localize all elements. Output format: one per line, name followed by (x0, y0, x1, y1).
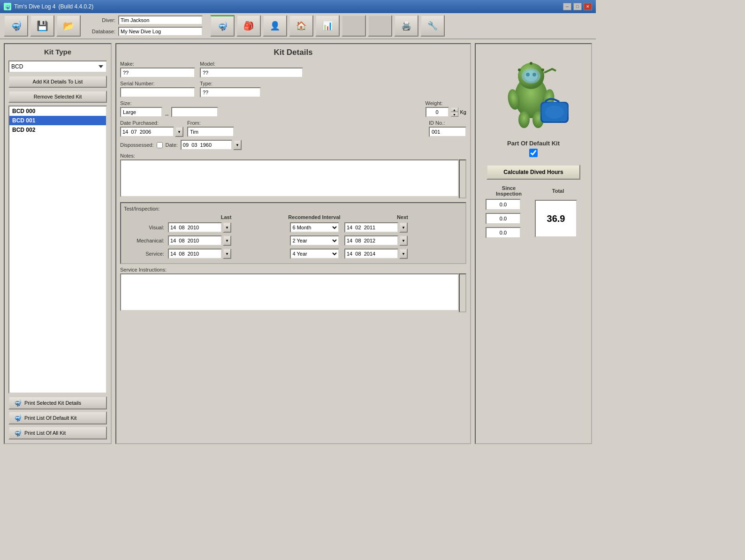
service-interval-select[interactable]: 6 Month 1 Year 2 Year 3 Year 4 Year (290, 249, 339, 259)
mechanical-next-arrow[interactable]: ▼ (399, 235, 408, 246)
disp-date-input[interactable] (181, 140, 232, 150)
title-bar: 🤿 Tim's Dive Log 4 (Build 4.4.0.2) ─ □ ✕ (0, 0, 596, 13)
visual-next-arrow[interactable]: ▼ (399, 222, 408, 233)
nav-blank2-btn[interactable] (368, 15, 392, 37)
date-purchased-input[interactable] (120, 127, 174, 137)
total-value: 36.9 (535, 200, 577, 237)
build-version: (Build 4.4.0.2) (59, 3, 94, 10)
svg-point-15 (530, 62, 532, 65)
weight-label: Weight: (426, 100, 466, 106)
svg-point-5 (532, 73, 536, 76)
visual-interval-select[interactable]: 6 Month 1 Year 2 Year 3 Year 4 Year (290, 222, 339, 233)
disp-date-arrow[interactable]: ▼ (233, 140, 242, 150)
diver-illustration (482, 48, 585, 132)
svg-point-14 (541, 68, 544, 71)
remove-kit-button[interactable]: Remove Selected Kit (8, 91, 107, 103)
from-input[interactable] (187, 127, 234, 137)
disp-date-label: Date: (166, 142, 178, 148)
service-instructions-label: Service Instructions: (120, 267, 466, 272)
weight-down-btn[interactable]: ▼ (451, 112, 458, 117)
visual-last-input[interactable] (168, 222, 222, 233)
part-of-kit-checkbox[interactable] (529, 149, 538, 157)
size-group: Size: (120, 100, 162, 117)
size-dash: -- (165, 112, 168, 117)
service-last-dropdown: ▼ (168, 249, 284, 259)
date-purchased-arrow[interactable]: ▼ (175, 127, 183, 137)
nav-stats-btn[interactable]: 📊 (315, 15, 340, 37)
service-last-arrow[interactable]: ▼ (223, 249, 231, 259)
id-no-input[interactable] (429, 127, 466, 137)
save-button[interactable]: 💾 (30, 15, 54, 37)
from-group: From: (187, 120, 234, 137)
window-controls: ─ □ ✕ (563, 3, 592, 10)
kit-list-item-1[interactable]: BCD 001 (9, 116, 106, 125)
serial-input[interactable] (120, 87, 195, 98)
type-input[interactable] (200, 87, 261, 98)
nav-kit-btn[interactable]: 🎒 (236, 15, 261, 37)
weight-up-btn[interactable]: ▲ (451, 107, 458, 112)
nav-print-btn[interactable]: 🖨️ (394, 15, 418, 37)
nav-dives-btn[interactable]: 🤿 (210, 15, 235, 37)
nav-diver-btn[interactable]: 👤 (263, 15, 287, 37)
mechanical-last-arrow[interactable]: ▼ (223, 235, 231, 246)
col-recommended: Recomended Interval (286, 213, 342, 221)
database-input[interactable] (118, 27, 203, 36)
mechanical-interval-select[interactable]: 6 Month 1 Year 2 Year 3 Year 4 Year (290, 235, 339, 246)
date-purchased-dropdown: ▼ (120, 127, 183, 137)
visual-next-input[interactable] (344, 222, 398, 233)
mechanical-next-input[interactable] (344, 235, 398, 246)
col-next: Next (342, 213, 463, 221)
disp-date-dropdown: ▼ (181, 140, 242, 150)
kit-list-item-0[interactable]: BCD 000 (9, 106, 106, 116)
model-group: Model: (200, 61, 303, 78)
svg-point-8 (518, 111, 530, 128)
diver-input[interactable] (118, 15, 203, 25)
make-input[interactable] (120, 68, 195, 78)
service-instructions-scrollbar[interactable] (459, 273, 466, 312)
print-selected-btn[interactable]: 🤿 Print Selected Kit Details (8, 396, 107, 409)
size-input[interactable] (120, 107, 162, 117)
size-weight-row: Size: -- Weight: ▲ ▼ Kg (120, 100, 466, 117)
print-all-btn[interactable]: 🤿 Print List Of All Kit (8, 426, 107, 439)
service-next-dropdown: ▼ (344, 249, 461, 259)
visual-next-dropdown: ▼ (344, 222, 461, 233)
mechanical-last-input[interactable] (168, 235, 222, 246)
app-icon: 🤿 (4, 3, 11, 10)
model-input[interactable] (200, 68, 303, 78)
type-group: Type: (200, 81, 261, 98)
service-next-arrow[interactable]: ▼ (399, 249, 408, 259)
nav-blank1-btn[interactable] (342, 15, 366, 37)
maximize-button[interactable]: □ (573, 3, 582, 10)
dispossessed-checkbox[interactable] (157, 142, 163, 148)
kit-type-select[interactable]: BCD Regulator Wetsuit Fins Mask Tank Com… (8, 61, 107, 73)
serial-label: Serial Number: (120, 81, 195, 86)
service-instructions-textarea[interactable] (120, 273, 459, 311)
weight-input[interactable] (426, 107, 449, 117)
svg-point-4 (526, 73, 530, 76)
minimize-button[interactable]: ─ (563, 3, 571, 10)
model-label: Model: (200, 61, 303, 67)
svg-point-3 (525, 70, 538, 82)
since-val-2: 0.0 (486, 213, 521, 224)
diver-label: Diver: (88, 17, 115, 23)
from-label: From: (187, 120, 234, 126)
print-selected-label: Print Selected Kit Details (24, 400, 81, 406)
nav-home-btn[interactable]: 🏠 (289, 15, 313, 37)
add-kit-button[interactable]: Add Kit Details To List (8, 76, 107, 88)
service-last-input[interactable] (168, 249, 222, 259)
visual-last-arrow[interactable]: ▼ (223, 222, 231, 233)
notes-scrollbar[interactable] (459, 159, 466, 198)
print-icon: 🤿 (12, 398, 23, 408)
close-button[interactable]: ✕ (584, 3, 592, 10)
serial-group: Serial Number: (120, 81, 195, 98)
nav-settings-btn[interactable]: 🔧 (420, 15, 445, 37)
kit-list-item-2[interactable]: BCD 002 (9, 125, 106, 135)
mechanical-row: Mechanical: ▼ 6 Month 1 Year 2 Year (124, 234, 463, 247)
print-default-btn[interactable]: 🤿 Print List Of Default Kit (8, 411, 107, 424)
new-button[interactable]: 🤿 (4, 15, 28, 37)
open-button[interactable]: 📂 (56, 15, 81, 37)
size-extra-input[interactable] (171, 107, 218, 117)
service-next-input[interactable] (344, 249, 398, 259)
calculate-dived-hours-button[interactable]: Calculate Dived Hours (487, 165, 580, 180)
notes-textarea[interactable] (120, 159, 459, 197)
